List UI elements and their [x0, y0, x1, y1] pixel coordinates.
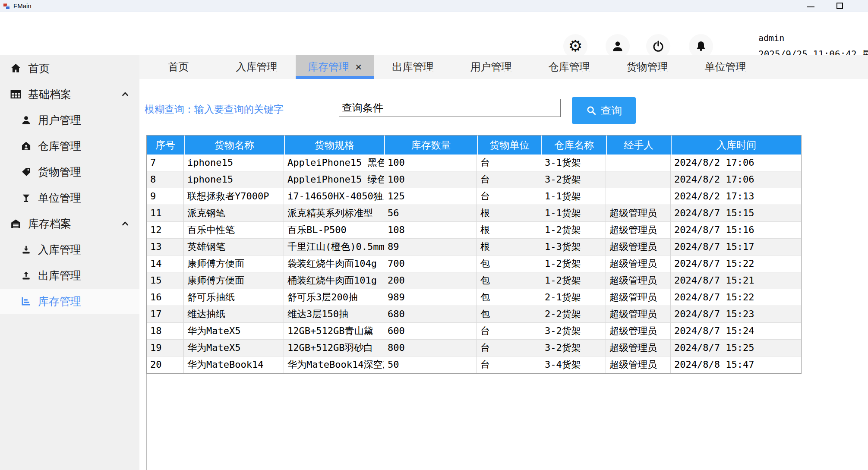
table-row[interactable]: 7iphone15AppleiPhone15 黑色100台3-1货架2024/8… [147, 155, 801, 171]
sidebar-item-label: 单位管理 [38, 191, 81, 205]
table-cell: 2024/8/2 17:06 [671, 171, 801, 188]
table-row[interactable]: 16舒可乐抽纸舒可乐3层200抽989包2-1货架超级管理员2024/8/7 1… [147, 289, 801, 306]
table-row[interactable]: 18华为MateX512GB+512GB青山黛600台3-2货架超级管理员202… [147, 323, 801, 340]
table-cell: 12GB+512GB青山黛 [284, 323, 384, 340]
table-cell: 2024/8/7 15:22 [671, 289, 801, 306]
tab-库存管理[interactable]: 库存管理× [296, 55, 374, 79]
chevron-up-icon[interactable] [120, 218, 130, 230]
upload-tray-icon [20, 270, 32, 281]
column-header-库存数量[interactable]: 库存数量 [384, 136, 477, 155]
table-row[interactable]: 11派克钢笔派克精英系列标准型56根1-1货架超级管理员2024/8/7 15:… [147, 205, 801, 222]
sidebar-item-label: 首页 [28, 61, 50, 76]
table-cell: 包 [477, 289, 541, 306]
tab-入库管理[interactable]: 入库管理 [218, 55, 296, 79]
table-row[interactable]: 17维达抽纸维达3层150抽680包2-2货架超级管理员2024/8/7 15:… [147, 306, 801, 323]
table-cell: 16 [147, 289, 184, 306]
sidebar-item-库存档案[interactable]: 库存档案 [0, 211, 139, 236]
search-button[interactable]: 查询 [572, 97, 636, 124]
table-cell: 2024/8/7 15:23 [671, 306, 801, 323]
table-cell: 1-3货架 [541, 239, 606, 256]
sidebar-item-label: 基础档案 [28, 87, 71, 101]
column-header-序号[interactable]: 序号 [147, 136, 184, 155]
table-cell: 1-1货架 [541, 205, 606, 222]
table-cell: 2024/8/7 15:16 [671, 222, 801, 239]
table-cell: 2024/8/2 17:06 [671, 155, 801, 171]
table-cell: 125 [384, 188, 477, 205]
sidebar-item-用户管理[interactable]: 用户管理 [0, 107, 139, 132]
table-row[interactable]: 13英雄钢笔千里江山(橙色)0.5mm89根1-3货架超级管理员2024/8/7… [147, 239, 801, 256]
table-row[interactable]: 20华为MateBook14华为MateBook14深空灰50台3-4货架超级管… [147, 356, 801, 373]
table-cell: 超级管理员 [606, 205, 671, 222]
table-cell: AppleiPhone15 黑色 [284, 155, 384, 171]
chevron-up-icon[interactable] [120, 89, 130, 101]
tab-仓库管理[interactable]: 仓库管理 [530, 55, 608, 79]
query-input[interactable] [339, 99, 561, 117]
column-header-货物名称[interactable]: 货物名称 [184, 136, 284, 155]
table-row[interactable]: 8iphone15AppleiPhone15 绿色100台3-2货架2024/8… [147, 171, 801, 188]
table-row[interactable]: 9联想拯救者Y7000Pi7-14650HX-4050独显125台1-1货架20… [147, 188, 801, 205]
table-cell: 百乐BL-P500 [284, 222, 384, 239]
sidebar-item-单位管理[interactable]: 单位管理 [0, 185, 139, 210]
app-icon [3, 3, 10, 9]
inventory-table: 序号货物名称货物规格库存数量货物单位仓库名称经手人入库时间7iphone15Ap… [146, 135, 802, 374]
tab-close-icon[interactable]: × [355, 61, 362, 73]
table-cell: 2024/8/8 15:47 [671, 356, 801, 373]
table-cell: 超级管理员 [606, 239, 671, 256]
table-cell: 108 [384, 222, 477, 239]
tab-用户管理[interactable]: 用户管理 [452, 55, 530, 79]
table-header-row: 序号货物名称货物规格库存数量货物单位仓库名称经手人入库时间 [147, 136, 801, 155]
table-cell: 2024/8/7 15:25 [671, 340, 801, 356]
table-cell: 18 [147, 323, 184, 340]
table-row[interactable]: 12百乐中性笔百乐BL-P500108根1-2货架超级管理员2024/8/7 1… [147, 222, 801, 239]
tab-单位管理[interactable]: 单位管理 [686, 55, 764, 79]
table-cell: 1-2货架 [541, 256, 606, 272]
table-row[interactable]: 19华为MateX512GB+512GB羽砂白800台3-2货架超级管理员202… [147, 340, 801, 356]
top-toolbar: ⚙ admin 2025/9/25 11:06:42 星期五 [0, 13, 868, 55]
table-cell: 989 [384, 289, 477, 306]
table-cell: 3-2货架 [541, 340, 606, 356]
table-cell: 2-1货架 [541, 289, 606, 306]
table-cell: i7-14650HX-4050独显 [284, 188, 384, 205]
column-header-货物规格[interactable]: 货物规格 [284, 136, 384, 155]
archive-table-icon [9, 88, 22, 100]
tab-出库管理[interactable]: 出库管理 [374, 55, 452, 79]
table-cell: 台 [477, 356, 541, 373]
table-cell: 台 [477, 171, 541, 188]
table-cell: 华为MateBook14深空灰 [284, 356, 384, 373]
sidebar-item-基础档案[interactable]: 基础档案 [0, 82, 139, 107]
table-cell: 17 [147, 306, 184, 323]
table-cell: 根 [477, 239, 541, 256]
table-cell [606, 155, 671, 171]
column-header-仓库名称[interactable]: 仓库名称 [541, 136, 606, 155]
table-cell: 袋装红烧牛肉面104g [284, 256, 384, 272]
column-header-经手人[interactable]: 经手人 [606, 136, 671, 155]
sidebar-item-仓库管理[interactable]: 仓库管理 [0, 133, 139, 158]
maximize-button[interactable] [830, 0, 849, 11]
tab-label: 出库管理 [392, 60, 434, 74]
minimize-button[interactable] [801, 0, 821, 11]
tab-首页[interactable]: 首页 [139, 55, 218, 79]
table-cell: 2024/8/7 15:22 [671, 256, 801, 272]
table-cell: 600 [384, 323, 477, 340]
sidebar-item-库存管理[interactable]: 库存管理 [0, 289, 139, 314]
tab-货物管理[interactable]: 货物管理 [608, 55, 686, 79]
sidebar-item-出库管理[interactable]: 出库管理 [0, 263, 139, 288]
sidebar-item-货物管理[interactable]: 货物管理 [0, 159, 139, 184]
table-cell: 舒可乐抽纸 [184, 289, 284, 306]
table-row[interactable]: 14康师傅方便面袋装红烧牛肉面104g700包1-2货架超级管理员2024/8/… [147, 256, 801, 272]
column-header-货物单位[interactable]: 货物单位 [477, 136, 541, 155]
table-row[interactable]: 15康师傅方便面桶装红烧牛肉面101g200包1-2货架超级管理员2024/8/… [147, 272, 801, 289]
table-cell [606, 188, 671, 205]
table-cell: 包 [477, 306, 541, 323]
sidebar-item-入库管理[interactable]: 入库管理 [0, 237, 139, 262]
table-cell: 超级管理员 [606, 256, 671, 272]
table-cell: 超级管理员 [606, 306, 671, 323]
table-cell: 华为MateBook14 [184, 356, 284, 373]
table-cell: 800 [384, 340, 477, 356]
table-cell: 13 [147, 239, 184, 256]
table-cell: 华为MateX5 [184, 323, 284, 340]
table-cell: 1-1货架 [541, 188, 606, 205]
sidebar-item-首页[interactable]: 首页 [0, 56, 139, 81]
column-header-入库时间[interactable]: 入库时间 [671, 136, 801, 155]
table-cell: iphone15 [184, 171, 284, 188]
